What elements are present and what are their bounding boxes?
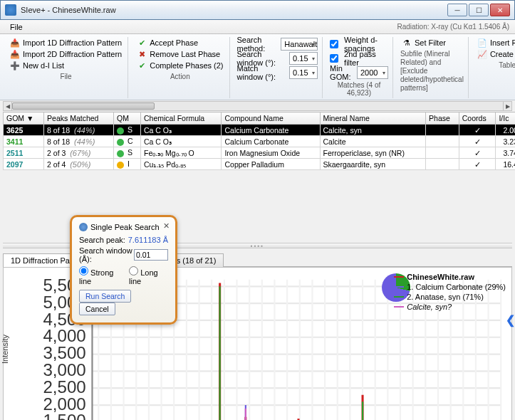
import-1d-button[interactable]: 📥Import 1D Diffraction Pattern xyxy=(9,37,123,48)
column-header[interactable]: Coords xyxy=(459,112,496,125)
subfile-text: Subfile (Mineral Related) and [Exclude d… xyxy=(400,50,464,93)
menu-bar: File Radiation: X-ray (Cu Kα1 1.5406 Å) xyxy=(0,20,515,34)
search-window-combo[interactable]: 0.15 xyxy=(289,52,318,65)
ribbon-toolbar: 📥Import 1D Diffraction Pattern 📥Import 2… xyxy=(0,34,515,100)
radiation-label: Radiation: X-ray (Cu Kα1 1.5406 Å) xyxy=(397,23,509,31)
column-header[interactable]: Chemical Formula xyxy=(141,112,222,125)
search-window-dialog-label: Search window (Å): xyxy=(79,246,134,263)
secondpass-checkbox[interactable] xyxy=(330,54,338,63)
funnel-icon: ⚗ xyxy=(402,38,412,48)
search-peak-label: Search peak: xyxy=(79,236,125,244)
column-header[interactable]: Mineral Name xyxy=(320,112,426,125)
x-icon: ✖ xyxy=(137,49,147,59)
check-icon: ✔ xyxy=(137,61,147,70)
group-label-table: Table xyxy=(476,61,515,69)
match-window-combo[interactable]: 0.15 xyxy=(289,66,318,79)
table-row[interactable]: 34118 of 18 (44%) CCa C O₃Calcium Carbon… xyxy=(4,136,516,147)
title-bar: SIeve+ - ChineseWhite.raw ─ ☐ ✕ xyxy=(0,0,515,20)
set-filter-button[interactable]: ⚗Set Filter xyxy=(400,37,464,48)
strong-line-radio[interactable]: Strong line xyxy=(79,266,123,285)
column-header[interactable]: Compound Name xyxy=(222,112,320,125)
collapse-caret-icon[interactable]: ❮ xyxy=(506,313,515,327)
close-button[interactable]: ✕ xyxy=(490,4,510,16)
weight-checkbox[interactable] xyxy=(330,40,338,48)
y-axis-label: Intensity xyxy=(1,335,9,364)
import-icon: 📥 xyxy=(10,49,20,59)
accept-phase-button[interactable]: ✔Accept Phase xyxy=(135,37,224,48)
new-di-button[interactable]: ➕New d-I List xyxy=(9,60,123,71)
minimize-button[interactable]: ─ xyxy=(447,4,467,16)
mingom-combo[interactable]: 2000 xyxy=(357,66,388,79)
group-label-file: File xyxy=(9,73,123,80)
svg-text:2,500: 2,500 xyxy=(43,377,85,397)
check-icon: ✔ xyxy=(137,38,147,48)
graph-icon: 📈 xyxy=(477,49,487,59)
legend-raw: ChineseWhite.raw xyxy=(407,272,474,282)
svg-text:3,500: 3,500 xyxy=(43,343,85,362)
app-icon xyxy=(5,4,16,16)
group-label-action: Action xyxy=(135,73,224,80)
maximize-button[interactable]: ☐ xyxy=(469,4,489,16)
table-row[interactable]: 25112 of 3 (67%) SFe₀.₃₀ Mg₀.₇₀ OIron Ma… xyxy=(4,147,516,159)
column-header[interactable]: Phase xyxy=(426,112,459,125)
window-title: SIeve+ - ChineseWhite.raw xyxy=(21,6,447,14)
mingom-label: Min GOM: xyxy=(330,64,351,81)
create-graph-button[interactable]: 📈Create Graph xyxy=(476,48,515,60)
legend-calcite: Calcite, syn? xyxy=(407,302,452,312)
run-search-button[interactable]: Run Search xyxy=(79,290,131,303)
table-row[interactable]: 20972 of 4 (50%) ICu₁.₁₅ Pd₀.₈₅Copper Pa… xyxy=(4,159,516,170)
match-window-label: Match window (°): xyxy=(237,64,284,81)
legend-anatase: 2. Anatase, syn (71%) xyxy=(407,292,484,302)
search-peak-value: 7.611183 Å xyxy=(128,236,168,244)
remove-phase-button[interactable]: ✖Remove Last Phase xyxy=(135,48,224,60)
pdf-icon: 📄 xyxy=(477,38,487,48)
search-window-input[interactable] xyxy=(134,249,168,261)
insert-pdf-button[interactable]: 📄Insert PDF xyxy=(476,37,515,48)
dialog-icon xyxy=(79,223,88,231)
search-method-combo[interactable]: Hanawalt xyxy=(281,38,318,51)
menu-file[interactable]: File xyxy=(6,21,27,33)
results-grid: GOM ▼Peaks MatchedQMChemical FormulaComp… xyxy=(3,112,515,170)
dialog-close-icon[interactable]: ✕ xyxy=(163,221,170,231)
matches-label: Matches (4 of 46,923) xyxy=(330,81,388,97)
column-header[interactable]: GOM ▼ xyxy=(4,112,44,125)
cancel-button[interactable]: Cancel xyxy=(79,303,115,315)
complete-phases-button[interactable]: ✔Complete Phases (2) xyxy=(135,60,224,71)
svg-text:3,000: 3,000 xyxy=(43,360,85,379)
import-2d-button[interactable]: 📥Import 2D Diffraction Pattern xyxy=(9,48,123,60)
import-icon: 📥 xyxy=(10,38,20,48)
legend: ChineseWhite.raw 1. Calcium Carbonate (2… xyxy=(394,272,506,312)
dialog-title: Single Peak Search xyxy=(90,223,160,231)
svg-text:4,000: 4,000 xyxy=(43,326,85,345)
table-row[interactable]: 36258 of 18 (44%) SCa C O₃Calcium Carbon… xyxy=(4,125,516,136)
single-peak-search-dialog: Single Peak Search ✕ Search peak:7.61118… xyxy=(70,215,177,325)
results-grid-wrap: GOM ▼Peaks MatchedQMChemical FormulaComp… xyxy=(0,112,515,170)
toolbar-hscroll[interactable]: ◀▶ xyxy=(3,101,512,111)
column-header[interactable]: QM xyxy=(114,112,141,125)
column-header[interactable]: Peaks Matched xyxy=(44,112,114,125)
plus-icon: ➕ xyxy=(10,61,20,70)
column-header[interactable]: I/Ic xyxy=(496,112,515,125)
svg-text:2,000: 2,000 xyxy=(43,394,85,414)
long-line-radio[interactable]: Long line xyxy=(129,266,168,285)
legend-caco3: 1. Calcium Carbonate (29%) xyxy=(407,282,506,292)
